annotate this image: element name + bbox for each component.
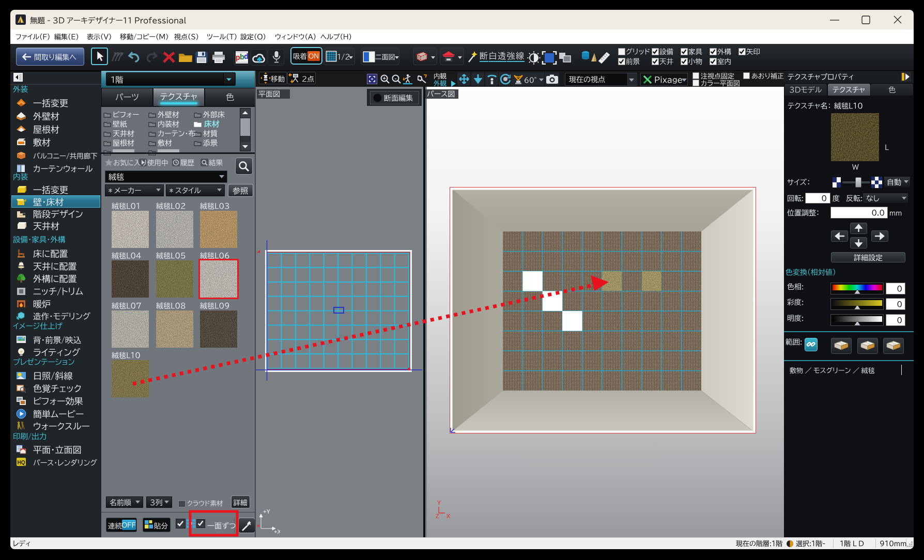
svg-text:Z: Z [436,513,439,519]
svg-text:+: + [382,75,386,81]
svg-text:+X: +X [274,528,280,534]
svg-text:Y: Y [437,500,441,506]
svg-text:+Y: +Y [263,509,270,515]
svg-text:d: d [244,52,248,60]
svg-text:-: - [395,75,397,81]
svg-text:HQ: HQ [18,460,25,465]
svg-text:X: X [446,513,451,519]
